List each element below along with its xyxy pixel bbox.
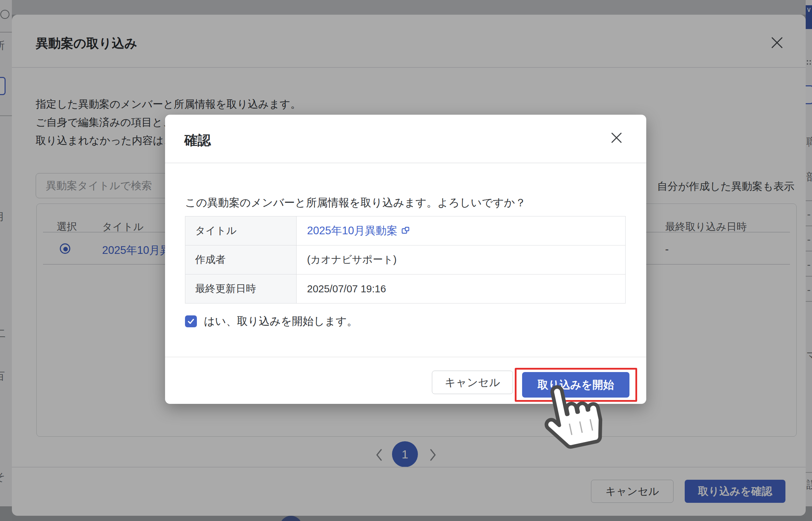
confirmation-message: この異動案のメンバーと所属情報を取り込みます。よろしいですか？ — [185, 195, 526, 210]
divider — [165, 357, 646, 357]
cancel-button[interactable]: キャンセル — [432, 371, 513, 394]
table-row: タイトル 2025年10月異動案 — [185, 216, 626, 245]
detail-value: 2025/07/07 19:16 — [297, 274, 626, 304]
detail-label: タイトル — [185, 216, 297, 245]
plan-title-text: 2025年10月異動案 — [307, 223, 397, 238]
confirmation-dialog: 確認 この異動案のメンバーと所属情報を取り込みます。よろしいですか？ タイトル … — [165, 115, 646, 404]
start-import-button[interactable]: 取り込みを開始 — [522, 372, 629, 398]
start-import-checkbox-checked[interactable] — [185, 315, 197, 327]
external-link-icon — [401, 226, 410, 235]
table-row: 作成者 (カオナビサポート) — [185, 245, 626, 274]
table-row: 最終更新日時 2025/07/07 19:16 — [185, 274, 626, 304]
confirmation-title: 確認 — [184, 131, 211, 149]
plan-details-table: タイトル 2025年10月異動案 作成者 (カオナビサポ — [185, 216, 626, 304]
divider — [165, 163, 646, 163]
checkbox-label[interactable]: はい、取り込みを開始します。 — [204, 314, 358, 329]
checkmark-icon — [187, 317, 195, 326]
detail-value: 2025年10月異動案 — [297, 216, 626, 245]
detail-label: 作成者 — [185, 245, 297, 274]
detail-value: (カオナビサポート) — [297, 245, 626, 274]
close-icon[interactable] — [609, 130, 624, 145]
screen: 所 月 二 百 そ ∨ 職 部 - - - - マ 誤 異動案の取り込み — [0, 0, 812, 521]
plan-title-link[interactable]: 2025年10月異動案 — [307, 223, 410, 238]
start-import-checkbox-row: はい、取り込みを開始します。 — [185, 315, 358, 328]
detail-label: 最終更新日時 — [185, 274, 297, 304]
